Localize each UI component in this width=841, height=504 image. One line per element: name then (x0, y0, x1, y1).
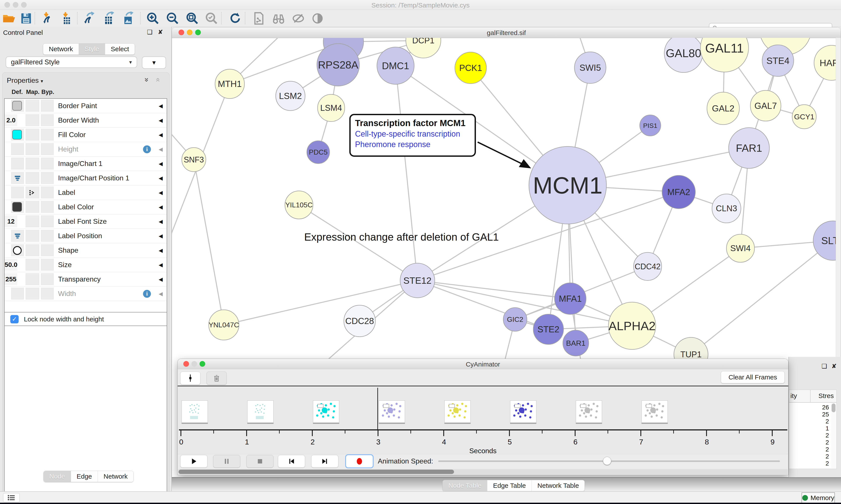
bypass-cell[interactable] (41, 230, 54, 242)
import-network-button[interactable] (38, 11, 56, 25)
skip-to-end-button[interactable] (311, 455, 338, 468)
delete-frame-button[interactable] (207, 372, 227, 385)
bypass-cell[interactable] (41, 129, 54, 141)
import-table-button[interactable] (58, 11, 75, 25)
save-session-button[interactable] (17, 11, 35, 25)
export-table-button[interactable] (100, 11, 118, 25)
info-icon[interactable]: i (143, 145, 151, 153)
property-row-label-position[interactable]: Label Position◀ (5, 229, 167, 243)
property-row-image-chart-1[interactable]: Image/Chart 1◀ (5, 157, 167, 171)
tab-select[interactable]: Select (105, 43, 135, 55)
default-cell[interactable] (11, 288, 24, 300)
results-value[interactable]: 2 (825, 439, 829, 446)
collapse-arrow-icon[interactable]: ◀ (159, 113, 163, 127)
results-table-header[interactable]: ity Stres (789, 390, 836, 403)
collapse-all-icon[interactable]: » (153, 78, 161, 82)
export-image-button[interactable] (120, 11, 137, 25)
bypass-cell[interactable] (41, 259, 54, 271)
column-divider[interactable] (810, 390, 810, 402)
property-row-transparency[interactable]: 255Transparency◀ (5, 272, 167, 287)
zoom-in-button[interactable] (144, 11, 162, 25)
results-value[interactable]: 2 (825, 418, 829, 425)
property-row-fill-color[interactable]: Fill Color◀ (5, 128, 167, 142)
style-options-button[interactable]: ▼ (142, 56, 166, 69)
play-button[interactable] (180, 455, 208, 468)
pause-button[interactable] (213, 455, 240, 468)
collapse-arrow-icon[interactable]: ◀ (159, 287, 163, 301)
info-icon[interactable]: i (143, 290, 151, 298)
property-row-border-width[interactable]: 2.0Border Width◀ (5, 113, 167, 128)
property-row-label[interactable]: Label◀ (5, 185, 167, 200)
mapping-cell[interactable] (25, 172, 39, 184)
cyanimator-titlebar[interactable]: CyAnimator (178, 359, 788, 370)
default-cell[interactable] (11, 230, 24, 242)
collapse-arrow-icon[interactable]: ◀ (159, 214, 163, 229)
frame-thumbnail-4s[interactable] (444, 400, 471, 423)
cyanimator-timeline[interactable]: 0123456789 Seconds (178, 387, 788, 453)
mapping-cell[interactable] (25, 158, 39, 169)
animation-speed-knob[interactable] (603, 457, 611, 465)
frame-thumbnail-1s[interactable] (247, 400, 273, 423)
style-selector[interactable]: galFiltered Style ▾ (6, 56, 137, 68)
collapse-arrow-icon[interactable]: ◀ (159, 157, 163, 171)
properties-header[interactable]: Properties ▾ (7, 76, 43, 85)
task-history-button[interactable] (3, 493, 20, 502)
default-value[interactable]: 255 (5, 273, 17, 285)
open-session-button[interactable] (0, 11, 18, 25)
bypass-cell[interactable] (41, 158, 54, 169)
zoom-selected-button[interactable] (203, 11, 220, 25)
default-value[interactable]: 50.0 (5, 259, 17, 271)
find-button[interactable] (270, 11, 287, 25)
collapse-arrow-icon[interactable]: ◀ (159, 171, 163, 185)
collapse-arrow-icon[interactable]: ◀ (159, 128, 163, 142)
property-row-label-font-size[interactable]: 12Label Font Size◀ (5, 214, 167, 229)
property-row-height[interactable]: Heighti◀ (5, 142, 167, 157)
clear-all-frames-button[interactable]: Clear All Frames (721, 371, 785, 383)
property-row-shape[interactable]: Shape◀ (5, 243, 167, 258)
tab-network[interactable]: Network (43, 43, 79, 55)
mapping-cell[interactable] (25, 288, 39, 300)
property-row-size[interactable]: 50.0Size◀ (5, 258, 167, 272)
results-value[interactable]: 2 (825, 432, 829, 439)
network-vertical-scrollbar[interactable] (836, 38, 841, 358)
default-cell[interactable] (11, 100, 24, 112)
tab-edge[interactable]: Edge (71, 471, 98, 482)
default-cell[interactable] (11, 158, 24, 169)
tab-node-table[interactable]: Node Table (443, 480, 487, 491)
bypass-cell[interactable] (41, 273, 54, 285)
frame-thumbnail-6s[interactable] (576, 400, 602, 423)
bypass-cell[interactable] (41, 201, 54, 213)
tab-edge-table[interactable]: Edge Table (487, 480, 532, 491)
float-panel-icon[interactable]: ❑ (822, 363, 827, 370)
lock-size-checkbox[interactable]: ✓ (10, 315, 19, 323)
default-value-swatch[interactable] (12, 101, 22, 111)
default-value-swatch[interactable] (12, 130, 22, 140)
property-row-image-chart-position-1[interactable]: Image/Chart Position 1◀ (5, 171, 167, 185)
frame-thumbnail-5s[interactable] (510, 400, 536, 423)
export-network-button[interactable] (80, 11, 98, 25)
results-scrollbar[interactable] (831, 403, 836, 468)
default-cell[interactable] (11, 244, 24, 256)
default-cell[interactable] (11, 129, 24, 141)
ellipse-shape-icon[interactable] (13, 246, 22, 255)
annotation-box[interactable]: Transcription factor MCM1 Cell-type-spec… (349, 114, 476, 157)
add-frame-button[interactable] (180, 372, 200, 385)
expand-all-icon[interactable]: » (143, 78, 151, 82)
annotation-link[interactable]: Cell-type-specific transcription (355, 129, 470, 139)
bypass-cell[interactable] (41, 100, 54, 112)
mapping-cell[interactable] (25, 201, 39, 213)
results-value[interactable]: 25 (822, 411, 829, 418)
collapse-arrow-icon[interactable]: ◀ (159, 142, 163, 156)
mapping-cell[interactable] (25, 129, 39, 141)
tab-node[interactable]: Node (43, 471, 71, 482)
property-row-border-paint[interactable]: Border Paint◀ (5, 99, 167, 113)
collapse-arrow-icon[interactable]: ◀ (159, 258, 163, 272)
bypass-cell[interactable] (41, 244, 54, 256)
collapse-arrow-icon[interactable]: ◀ (159, 200, 163, 214)
bypass-cell[interactable] (41, 114, 54, 126)
mapping-cell[interactable] (25, 244, 39, 256)
zoom-fit-button[interactable] (183, 11, 201, 25)
show-details-button[interactable] (309, 11, 326, 25)
timeline-playhead[interactable] (377, 388, 378, 430)
default-value[interactable]: 2.0 (5, 114, 17, 126)
